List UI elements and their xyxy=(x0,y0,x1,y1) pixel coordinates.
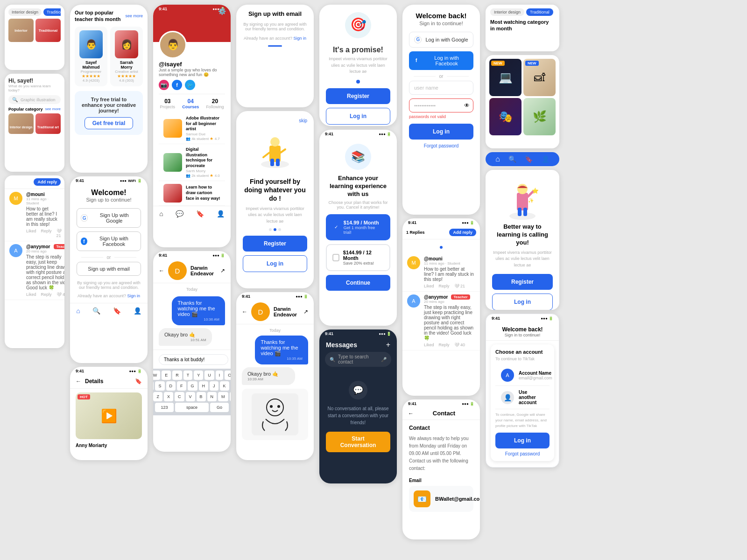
share-icon-chat2[interactable]: ↗ xyxy=(303,308,308,315)
key-s[interactable]: S xyxy=(155,381,164,391)
account-row-2[interactable]: 👤 Use another account xyxy=(495,386,550,409)
key-t[interactable]: T xyxy=(183,371,193,380)
key-v[interactable]: V xyxy=(186,392,195,401)
instagram-icon[interactable]: 📷 xyxy=(159,80,169,90)
key-i[interactable]: I xyxy=(216,371,224,380)
search-nav-icon[interactable]: 🔍 xyxy=(92,307,100,315)
key-m[interactable]: M xyxy=(218,392,228,401)
course-item-1[interactable]: Adobe Illustrator for all beginner artis… xyxy=(159,113,225,144)
teacher-card-1[interactable]: 👨 Sayef Mahmud Programmer ★★★★★ 4.9 (420… xyxy=(75,27,107,86)
profile-nav-icon-2[interactable]: 👤 xyxy=(542,155,550,163)
key-y[interactable]: Y xyxy=(194,371,203,380)
key-123[interactable]: 123 xyxy=(155,403,174,412)
tab-interior[interactable]: Interior design xyxy=(490,8,524,16)
plan-card-monthly[interactable]: ✓ $14.99 / Month Get 1 month free trial! xyxy=(326,214,390,240)
chat-icon[interactable]: 💬 xyxy=(176,210,183,217)
account-row-1[interactable]: A Account Name email@gmail.com xyxy=(495,365,550,386)
email-signup-button[interactable]: Sign up with email xyxy=(77,262,141,276)
liked-action-2[interactable]: Liked xyxy=(26,292,36,297)
add-reply-button[interactable]: Add reply xyxy=(34,178,61,186)
cat-image-light2[interactable]: 🌿 xyxy=(523,98,556,135)
twitter-icon[interactable]: 🐦 xyxy=(185,80,195,90)
home-nav-icon-2[interactable]: ⌂ xyxy=(495,155,500,163)
key-w[interactable]: W xyxy=(153,371,160,380)
register-button-promise[interactable]: Register xyxy=(326,88,390,104)
messages-search-placeholder[interactable]: Type to search contact xyxy=(338,354,378,364)
new-message-icon[interactable]: + xyxy=(386,341,390,349)
cat-image-light1[interactable]: NEW 🛋 xyxy=(523,59,556,96)
key-x[interactable]: X xyxy=(164,392,173,401)
back-icon-chat[interactable]: ← xyxy=(159,267,164,274)
profile-nav-icon[interactable]: 👤 xyxy=(134,307,141,315)
key-z[interactable]: Z xyxy=(153,392,162,401)
google-signup-button[interactable]: G Sign Up with Google xyxy=(77,208,141,228)
course-item-2[interactable]: Digital illustration technique for procr… xyxy=(159,144,225,181)
key-k[interactable]: K xyxy=(220,381,229,391)
see-more-teachers[interactable]: see more xyxy=(125,14,143,18)
rep-1[interactable]: Reply xyxy=(439,284,450,288)
continue-button[interactable]: Continue xyxy=(326,275,390,291)
login-button-1[interactable]: Log in xyxy=(243,255,307,272)
register-button-better[interactable]: Register xyxy=(492,274,553,290)
bookmark-icon[interactable]: 🔖 xyxy=(135,378,142,385)
key-j[interactable]: J xyxy=(210,381,218,391)
username-input[interactable] xyxy=(409,81,473,95)
rep-2[interactable]: Reply xyxy=(439,343,450,347)
bookmark-nav-icon-2[interactable]: 🔖 xyxy=(525,155,533,163)
cat-image-dark1[interactable]: NEW 💻 xyxy=(489,59,521,96)
skip-link[interactable]: skip xyxy=(299,118,307,123)
category-tag-interior[interactable]: Interior design xyxy=(8,8,42,16)
key-c[interactable]: C xyxy=(175,392,184,401)
forgot-password-link[interactable]: Forgot password xyxy=(409,143,473,148)
key-h[interactable]: H xyxy=(199,381,209,391)
share-icon-chat[interactable]: ↗ xyxy=(220,267,225,274)
facebook-icon-profile[interactable]: f xyxy=(172,80,182,90)
key-u[interactable]: U xyxy=(204,371,214,380)
free-trial-button[interactable]: Get free trial xyxy=(85,117,134,129)
key-d[interactable]: D xyxy=(166,381,176,391)
teacher-card-2[interactable]: 👩 Sarrah Morry Creative artist ★★★★★ 4.8… xyxy=(110,27,143,86)
key-a[interactable]: A xyxy=(153,381,154,391)
plan-card-yearly[interactable]: $144.99 / 12 Month Save 20% extra! xyxy=(326,244,390,271)
home-nav-icon[interactable]: ⌂ xyxy=(76,307,80,315)
key-backspace[interactable]: ⌫ xyxy=(230,392,231,401)
category-tag-traditional[interactable]: Traditional art xyxy=(43,8,61,16)
reply-action[interactable]: Reply xyxy=(41,229,52,238)
login-button-promise[interactable]: Log in xyxy=(326,108,390,125)
key-go[interactable]: Go xyxy=(210,403,229,412)
cat-image-dark2[interactable]: 🎭 xyxy=(489,98,521,135)
liked-action[interactable]: Liked xyxy=(26,229,36,238)
google-login-button[interactable]: G Log in with Google xyxy=(409,32,473,48)
see-more-link[interactable]: see more xyxy=(45,107,61,112)
key-space[interactable]: space xyxy=(175,403,209,412)
like-1[interactable]: Liked xyxy=(424,284,434,288)
signin-link[interactable]: Sign in xyxy=(127,294,141,298)
bookmark-nav-icon[interactable]: 🔖 xyxy=(113,307,121,315)
key-e[interactable]: E xyxy=(162,371,171,380)
forgot-password-account[interactable]: Forgot password xyxy=(495,451,550,456)
signin-link-email[interactable]: Sign in xyxy=(294,36,307,41)
key-o[interactable]: O xyxy=(225,371,231,380)
start-conversation-button[interactable]: Start Conversation xyxy=(326,432,390,452)
tab-traditional[interactable]: Traditional xyxy=(526,8,553,16)
course-item-3[interactable]: Learn how to draw cartoon face in easy w… xyxy=(159,181,225,206)
add-reply-button-2[interactable]: Add reply xyxy=(449,229,476,236)
key-b[interactable]: B xyxy=(197,392,206,401)
key-r[interactable]: R xyxy=(172,371,182,380)
show-password-icon[interactable]: 👁 xyxy=(464,102,470,109)
profile-icon[interactable]: 👤 xyxy=(217,210,225,217)
settings-icon[interactable]: ⚙️ xyxy=(218,7,226,15)
like-2[interactable]: Liked xyxy=(424,343,434,347)
back-icon-chat2[interactable]: ← xyxy=(242,308,247,315)
key-n[interactable]: N xyxy=(207,392,217,401)
login-button-better[interactable]: Log in xyxy=(492,294,553,310)
reply-input[interactable] xyxy=(159,354,228,365)
key-g[interactable]: G xyxy=(188,381,197,391)
mic-icon[interactable]: 🎤 xyxy=(381,357,387,362)
facebook-signup-button[interactable]: f Sign Up with Facebook xyxy=(77,231,141,251)
search-nav-icon-2[interactable]: 🔍 xyxy=(508,155,516,163)
key-f[interactable]: F xyxy=(177,381,186,391)
register-button-1[interactable]: Register xyxy=(243,236,307,252)
home-icon[interactable]: ⌂ xyxy=(159,210,163,217)
reply-action-2[interactable]: Reply xyxy=(41,292,52,297)
